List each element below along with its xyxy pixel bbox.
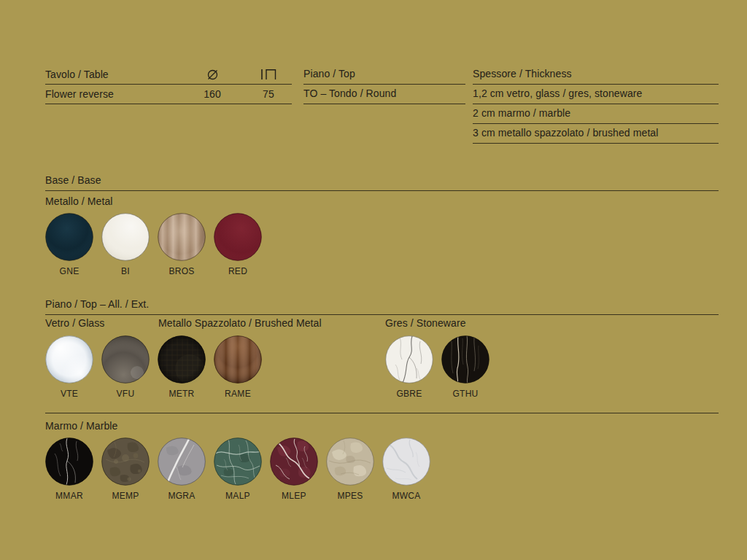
- base-swatch-row: GNE BI: [45, 213, 719, 295]
- top-swatch-row: VTE VFU: [45, 335, 719, 417]
- swatch-code: MLEP: [270, 491, 318, 501]
- swatch-code: MMAR: [45, 491, 93, 501]
- swatch-code: VTE: [45, 389, 93, 399]
- swatch-rame: RAME: [214, 335, 262, 399]
- swatch-code: MPES: [326, 491, 374, 501]
- material-sample-icon: [214, 335, 262, 384]
- swatch-code: RAME: [214, 389, 262, 399]
- swatch-vfu: VFU: [101, 335, 150, 399]
- table-diameter-value: 160: [179, 85, 245, 104]
- material-sample-icon: [214, 213, 262, 261]
- table-height-value: 75: [245, 85, 292, 104]
- top-row: TO – Tondo / Round: [303, 85, 465, 104]
- thickness-row: 3 cm metallo spazzolato / brushed metal: [473, 124, 719, 144]
- swatch-gthu: GTHU: [441, 335, 489, 399]
- swatch-code: MALP: [214, 491, 262, 501]
- swatch-mlep: MLEP: [270, 438, 318, 501]
- thickness-section: Spessore / Thickness 1,2 cm vetro, glass…: [473, 65, 719, 144]
- thickness-row: 1,2 cm vetro, glass / gres, stoneware: [473, 85, 719, 104]
- material-sample-icon: [441, 335, 489, 384]
- thickness-header-row: Spessore / Thickness: [473, 65, 719, 85]
- swatch-code: METR: [158, 389, 206, 399]
- material-sample-icon: [158, 335, 206, 384]
- group-title-brushed-metal: Metallo Spazzolato / Brushed Metal: [158, 317, 322, 329]
- swatch-code: GTHU: [441, 389, 489, 399]
- thickness-row: 2 cm marmo / marble: [473, 104, 719, 124]
- material-sample-icon: [158, 213, 206, 261]
- swatch-red: RED: [214, 213, 262, 276]
- material-sample-icon: [214, 438, 262, 486]
- swatch-mwca: MWCA: [382, 438, 430, 501]
- material-sample-icon: [270, 438, 318, 486]
- table-dimensions-section: Tavolo / Table Flower reverse 160 75: [45, 65, 292, 104]
- swatch-bros: BROS: [158, 213, 206, 276]
- material-sample-icon: [101, 213, 150, 261]
- table-row: Flower reverse 160 75: [45, 85, 292, 104]
- material-sample-icon: [326, 438, 374, 486]
- group-title-glass: Vetro / Glass: [45, 317, 104, 329]
- swatch-metr: METR: [158, 335, 206, 399]
- material-sample-icon: [385, 335, 433, 384]
- swatch-code: MWCA: [382, 491, 430, 501]
- material-sample-icon: [45, 213, 93, 261]
- swatch-malp: MALP: [214, 438, 262, 501]
- top-section-title: Piano / Top – All. / Ext.: [45, 298, 719, 315]
- swatch-code: MGRA: [158, 491, 206, 501]
- material-sample-icon: [45, 335, 93, 384]
- material-sample-icon: [45, 438, 93, 486]
- swatch-code: BI: [101, 266, 150, 276]
- top-shape-section: Piano / Top TO – Tondo / Round: [303, 65, 465, 104]
- section-divider: [45, 413, 719, 413]
- swatch-code: GBRE: [385, 389, 433, 399]
- marble-swatch-row: MMAR: [45, 438, 719, 519]
- swatch-vte: VTE: [45, 335, 93, 399]
- marble-group-title: Marmo / Marble: [45, 420, 117, 432]
- swatch-mgra: MGRA: [158, 438, 206, 501]
- swatch-code: MEMP: [101, 491, 150, 501]
- table-header-row: Tavolo / Table: [45, 65, 292, 85]
- base-subtitle: Metallo / Metal: [45, 195, 113, 207]
- swatch-gbre: GBRE: [385, 335, 433, 399]
- material-sample-icon: [101, 335, 150, 384]
- swatch-code: BROS: [158, 266, 206, 276]
- swatch-memp: MEMP: [101, 438, 150, 501]
- swatch-gne: GNE: [45, 213, 93, 276]
- table-header-label: Tavolo / Table: [45, 66, 179, 84]
- height-icon: [245, 65, 292, 84]
- table-name: Flower reverse: [45, 85, 179, 104]
- material-sample-icon: [382, 438, 430, 486]
- base-section-title: Base / Base: [45, 174, 719, 191]
- diameter-icon: [179, 65, 245, 84]
- swatch-code: GNE: [45, 266, 93, 276]
- material-sample-icon: [101, 438, 150, 486]
- swatch-bi: BI: [101, 213, 150, 276]
- material-sample-icon: [158, 438, 206, 486]
- swatch-code: VFU: [101, 389, 150, 399]
- group-title-stoneware: Gres / Stoneware: [385, 317, 466, 329]
- swatch-mpes: MPES: [326, 438, 374, 501]
- swatch-code: RED: [214, 266, 262, 276]
- spec-sheet-page: Tavolo / Table Flower reverse 160 75 Pia…: [0, 0, 747, 560]
- top-header-row: Piano / Top: [303, 65, 465, 85]
- swatch-mmar: MMAR: [45, 438, 93, 501]
